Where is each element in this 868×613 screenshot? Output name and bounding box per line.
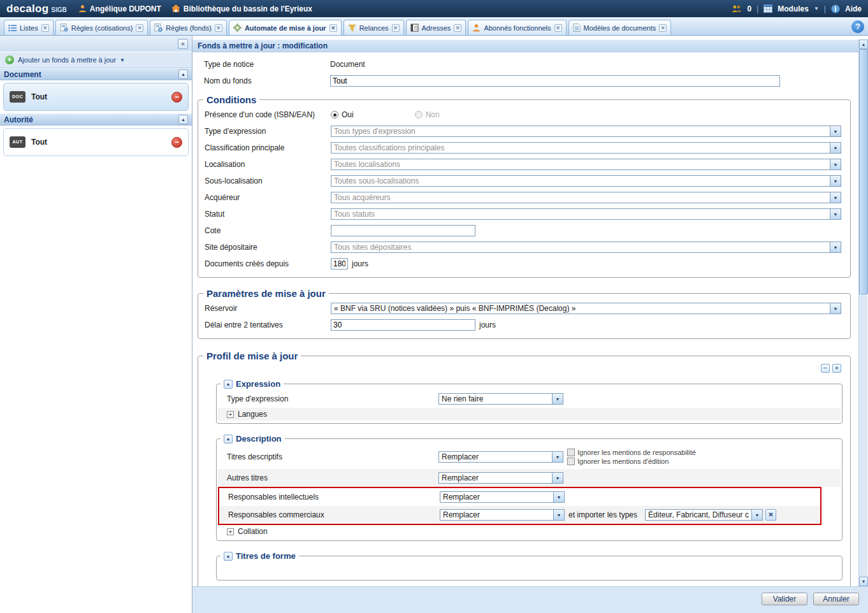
autres-titres-select[interactable]: Remplacer ▼: [438, 472, 563, 484]
tab-label: Relances: [359, 24, 389, 32]
sidebar-collapse-icon[interactable]: «: [178, 39, 188, 49]
fonds-item-autorite-tout[interactable]: AUT Tout −: [3, 128, 189, 156]
conditions-legend: Conditions: [203, 94, 259, 105]
statut-row: Statut Tous statuts ▼: [198, 206, 850, 222]
collapse-up-icon[interactable]: ▲: [178, 69, 188, 79]
modules-menu[interactable]: Modules: [778, 4, 809, 13]
dropdown-arrow-icon[interactable]: ▼: [552, 394, 563, 404]
langues-expand-row[interactable]: + Langues: [218, 408, 841, 421]
current-library[interactable]: Bibliothèque du bassin de l'Eyrieux: [171, 4, 312, 13]
select-value: Toutes localisations: [331, 160, 830, 169]
dropdown-arrow-icon[interactable]: ▼: [751, 510, 762, 520]
expand-plus-icon[interactable]: +: [227, 528, 234, 535]
dropdown-arrow-icon[interactable]: ▼: [552, 473, 563, 483]
top-bar: decalog SIGB Angélique DUPONT Bibliothèq…: [0, 0, 868, 17]
responsables-intellectuels-select[interactable]: Remplacer ▼: [440, 491, 565, 503]
scrollbar-down-icon[interactable]: ▼: [859, 577, 868, 586]
titres-descriptifs-select[interactable]: Remplacer ▼: [438, 451, 563, 463]
responsables-intellectuels-row: Responsables intellectuels Remplacer ▼: [219, 488, 820, 506]
dropdown-arrow-icon[interactable]: ▼: [552, 452, 563, 462]
statut-select[interactable]: Tous statuts ▼: [331, 208, 841, 220]
classification-select[interactable]: Toutes classifications principales ▼: [331, 142, 841, 154]
type-expression-select[interactable]: Tous types d'expression ▼: [331, 126, 841, 137]
close-icon[interactable]: ✕: [659, 24, 667, 32]
dropdown-arrow-icon[interactable]: ▼: [830, 192, 841, 203]
close-icon[interactable]: ✕: [41, 24, 49, 32]
select-value: Toutes sous-localisations: [331, 177, 830, 185]
remove-icon[interactable]: −: [171, 92, 182, 103]
tab-regles-cotisations[interactable]: Règles (cotisations) ✕: [55, 20, 148, 35]
close-icon[interactable]: ✕: [554, 24, 562, 32]
dropdown-arrow-icon[interactable]: ▼: [553, 492, 564, 502]
help-icon[interactable]: ?: [851, 20, 864, 33]
aut-badge-icon: AUT: [10, 136, 25, 148]
tab-listes[interactable]: Listes ✕: [4, 20, 54, 35]
site-depositaire-select[interactable]: Tous sites dépositaires ▼: [331, 242, 841, 253]
non-radio[interactable]: [415, 111, 423, 119]
ignore-edition-checkbox[interactable]: [567, 458, 575, 465]
dropdown-arrow-icon[interactable]: ▼: [830, 143, 841, 153]
close-icon[interactable]: ✕: [454, 24, 461, 32]
modules-grid-icon: [763, 4, 772, 13]
dropdown-arrow-icon[interactable]: ▼: [830, 176, 841, 186]
delai-input[interactable]: [331, 319, 475, 331]
vertical-scrollbar[interactable]: ▲ ▼: [858, 40, 867, 586]
close-icon[interactable]: ✕: [215, 24, 222, 32]
sous-localisation-select[interactable]: Toutes sous-localisations ▼: [331, 175, 841, 187]
add-fonds-button[interactable]: + Ajouter un fonds à mettre à jour ▼: [0, 52, 192, 68]
clear-icon[interactable]: ✕: [765, 509, 776, 521]
dropdown-arrow-icon[interactable]: ▼: [830, 242, 841, 252]
fonds-item-document-tout[interactable]: DOC Tout −: [3, 83, 189, 111]
collapse-up-icon[interactable]: ▲: [224, 380, 233, 389]
tab-label: Règles (cotisations): [71, 24, 133, 32]
ignore-responsabilite-checkbox[interactable]: [567, 449, 575, 456]
cote-input[interactable]: [331, 225, 475, 236]
localisation-select[interactable]: Toutes localisations ▼: [331, 159, 841, 170]
remove-icon[interactable]: −: [171, 137, 182, 148]
select-value: Tous sites dépositaires: [331, 243, 830, 252]
import-types-label: et importer les types: [568, 510, 637, 519]
close-icon[interactable]: ✕: [329, 24, 337, 32]
close-icon[interactable]: ✕: [136, 24, 143, 32]
responsables-commerciaux-row: Responsables commerciaux Remplacer ▼ et …: [219, 506, 820, 524]
import-types-select[interactable]: Éditeur, Fabricant, Diffuseur c ▼: [645, 509, 763, 521]
annuler-button[interactable]: Annuler: [813, 593, 859, 605]
reservoir-select[interactable]: « BNF via SRU (notices validées) » puis …: [331, 303, 841, 314]
dropdown-arrow-icon[interactable]: ▼: [830, 303, 841, 314]
oui-radio[interactable]: [331, 111, 338, 119]
close-icon[interactable]: ✕: [392, 24, 400, 32]
tab-automate-mise-a-jour[interactable]: Automate de mise à jour ✕: [229, 20, 342, 35]
dropdown-arrow-icon[interactable]: ▼: [830, 159, 841, 169]
collapse-all-button[interactable]: −: [821, 364, 830, 373]
expand-all-button[interactable]: +: [832, 364, 841, 373]
collapse-up-icon[interactable]: ▲: [178, 115, 188, 124]
chevron-down-icon: ▼: [120, 57, 125, 63]
documents-crees-input[interactable]: [331, 258, 348, 270]
tab-adresses[interactable]: Adresses ✕: [406, 20, 467, 35]
select-value: Tous statuts: [331, 210, 830, 219]
dropdown-arrow-icon[interactable]: ▼: [553, 510, 564, 520]
nom-fonds-input[interactable]: [330, 75, 780, 87]
titres-de-forme-legend-text: Titres de forme: [236, 551, 296, 561]
sidebar: « + Ajouter un fonds à mettre à jour ▼ D…: [0, 36, 192, 613]
scrollbar-thumb[interactable]: [859, 49, 868, 294]
acquereur-select[interactable]: Tous acquéreurs ▼: [331, 192, 841, 203]
aide-menu[interactable]: Aide: [845, 4, 862, 13]
titres-de-forme-legend: ▲ Titres de forme: [221, 551, 299, 561]
collapse-up-icon[interactable]: ▲: [224, 552, 233, 561]
application-window: decalog SIGB Angélique DUPONT Bibliothèq…: [0, 0, 868, 613]
tab-abonnes-fonctionnels[interactable]: Abonnés fonctionnels ✕: [468, 20, 566, 35]
collation-expand-row[interactable]: + Collation: [218, 525, 841, 538]
expand-plus-icon[interactable]: +: [227, 411, 234, 418]
valider-button[interactable]: Valider: [762, 593, 807, 605]
responsables-commerciaux-select[interactable]: Remplacer ▼: [440, 509, 565, 521]
tab-regles-fonds[interactable]: Règles (fonds) ✕: [150, 20, 227, 35]
scrollbar-up-icon[interactable]: ▲: [859, 40, 868, 49]
dropdown-arrow-icon[interactable]: ▼: [830, 126, 841, 136]
current-user[interactable]: Angélique DUPONT: [78, 4, 161, 13]
tab-modeles-documents[interactable]: Modèles de documents ✕: [568, 20, 672, 35]
dropdown-arrow-icon[interactable]: ▼: [830, 209, 841, 219]
tab-relances[interactable]: Relances ✕: [344, 20, 404, 35]
collapse-up-icon[interactable]: ▲: [224, 435, 233, 444]
profil-type-expression-select[interactable]: Ne rien faire ▼: [438, 393, 563, 405]
